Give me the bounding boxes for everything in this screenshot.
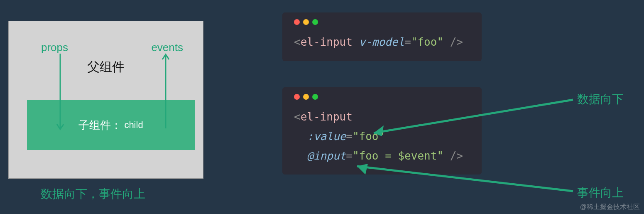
maximize-icon <box>312 19 318 25</box>
annotation-data-down: 数据向下 <box>577 91 624 107</box>
child-label-en: child <box>124 120 143 130</box>
annotation-event-up: 事件向上 <box>577 185 624 201</box>
child-component-box: 子组件： child <box>27 100 195 150</box>
minimize-icon <box>303 19 309 25</box>
events-label: events <box>151 41 183 54</box>
watermark: @稀土掘金技术社区 <box>580 203 640 212</box>
minimize-icon <box>303 94 309 100</box>
code-line: <el-input <box>294 107 470 127</box>
code-line: @input="foo = $event" /> <box>294 146 470 166</box>
parent-component-label: 父组件 <box>9 59 203 76</box>
window-controls <box>294 19 470 25</box>
close-icon <box>294 19 300 25</box>
code-line: <el-input v-model="foo" /> <box>294 32 470 52</box>
code-line: :value="foo" <box>294 127 470 146</box>
close-icon <box>294 94 300 100</box>
code-window-vmodel: <el-input v-model="foo" /> <box>282 12 482 61</box>
diagram-caption: 数据向下，事件向上 <box>41 186 145 202</box>
props-label: props <box>41 41 68 54</box>
component-diagram-panel: props events 父组件 子组件： child <box>8 21 203 179</box>
maximize-icon <box>312 94 318 100</box>
code-window-expanded: <el-input :value="foo" @input="foo = $ev… <box>282 87 482 175</box>
child-label-cn: 子组件： <box>78 118 122 133</box>
window-controls <box>294 94 470 100</box>
